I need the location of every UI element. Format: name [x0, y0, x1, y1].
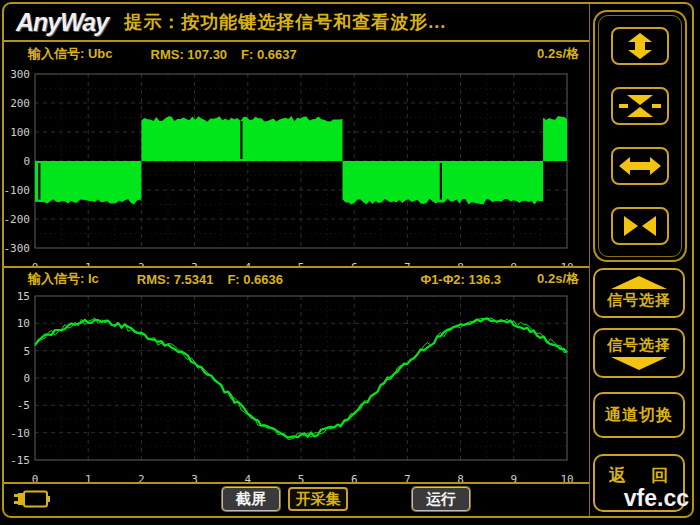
- signal-select-up-label: 信号选择: [607, 291, 671, 310]
- svg-text:10: 10: [560, 261, 573, 266]
- screenshot-button[interactable]: 截屏: [222, 487, 280, 511]
- svg-text:4: 4: [244, 261, 251, 266]
- svg-text:7: 7: [404, 473, 411, 482]
- svg-text:9: 9: [510, 261, 517, 266]
- signal-select-down-button[interactable]: 信号选择: [593, 328, 685, 378]
- rms-value: RMS: 7.5341: [137, 272, 214, 287]
- freq-value: F: 0.6636: [227, 272, 283, 287]
- horizontal-compress-button[interactable]: [611, 207, 669, 245]
- waveform-zoom-group-inner: [598, 15, 682, 257]
- channel-switch-button[interactable]: 通道切换: [593, 392, 685, 438]
- channel-switch-label: 通道切换: [605, 405, 673, 426]
- hint-text: 提示：按功能键选择信号和查看波形...: [124, 10, 446, 34]
- back-label-right: 回: [651, 464, 669, 487]
- svg-text:5: 5: [298, 473, 305, 482]
- svg-text:0: 0: [32, 473, 39, 482]
- svg-text:2: 2: [138, 261, 145, 266]
- signal-select-down-label: 信号选择: [607, 336, 671, 355]
- phase-diff-value: Φ1-Φ2: 136.3: [420, 272, 501, 287]
- main-column: AnyWay 提示：按功能键选择信号和查看波形... 输入信号: Ubc RMS…: [4, 4, 590, 516]
- svg-text:10: 10: [17, 317, 30, 330]
- screen-frame: AnyWay 提示：按功能键选择信号和查看波形... 输入信号: Ubc RMS…: [2, 2, 694, 518]
- vertical-compress-icon: [618, 93, 662, 119]
- signal-name-label: 输入信号: Ic: [28, 270, 99, 288]
- signal-select-up-button[interactable]: 信号选择: [593, 268, 685, 318]
- waveform-panel-ic: 输入信号: Ic RMS: 7.5341 F: 0.6636 Φ1-Φ2: 13…: [4, 268, 589, 484]
- device-screen: AnyWay 提示：按功能键选择信号和查看波形... 输入信号: Ubc RMS…: [0, 0, 700, 525]
- svg-text:300: 300: [10, 68, 30, 81]
- svg-text:6: 6: [351, 261, 358, 266]
- vertical-expand-button[interactable]: [611, 27, 669, 65]
- svg-text:-300: -300: [4, 242, 30, 255]
- vfe-watermark: vfe.cc: [624, 485, 689, 512]
- timebase-label: 0.2s/格: [537, 270, 579, 288]
- svg-text:8: 8: [457, 261, 464, 266]
- svg-text:10: 10: [560, 473, 573, 482]
- ic-waveform-chart: 151050-5-10-15012345678910: [4, 290, 589, 482]
- svg-text:5: 5: [298, 261, 305, 266]
- svg-text:1: 1: [85, 473, 92, 482]
- ubc-waveform-chart: 3002001000-100-200-300012345678910: [4, 66, 589, 266]
- svg-text:2: 2: [138, 473, 145, 482]
- freq-value: F: 0.6637: [241, 47, 297, 62]
- svg-text:7: 7: [404, 261, 411, 266]
- svg-text:-5: -5: [17, 399, 30, 412]
- waveform-zoom-group: [593, 10, 687, 262]
- svg-text:100: 100: [10, 126, 30, 139]
- svg-text:-100: -100: [4, 184, 30, 197]
- back-label-left: 返: [609, 464, 627, 487]
- vertical-expand-icon: [618, 33, 662, 59]
- svg-text:6: 6: [351, 473, 358, 482]
- battery-low-icon: [14, 489, 50, 510]
- anyway-logo: AnyWay: [16, 8, 108, 37]
- panel-header-ic: 输入信号: Ic RMS: 7.5341 F: 0.6636 Φ1-Φ2: 13…: [4, 268, 589, 290]
- rms-value: RMS: 107.30: [151, 47, 228, 62]
- vertical-compress-button[interactable]: [611, 87, 669, 125]
- horizontal-expand-icon: [618, 153, 662, 179]
- svg-text:15: 15: [17, 290, 30, 303]
- title-bar: AnyWay 提示：按功能键选择信号和查看波形...: [4, 4, 589, 42]
- run-button[interactable]: 运行: [412, 487, 470, 511]
- svg-text:-15: -15: [10, 454, 30, 467]
- svg-text:-10: -10: [10, 427, 30, 440]
- svg-text:0: 0: [23, 155, 30, 168]
- horizontal-expand-button[interactable]: [611, 147, 669, 185]
- sidebar: 信号选择 信号选择 通道切换 返 回 vfe.cc: [590, 4, 692, 516]
- svg-text:-200: -200: [4, 213, 30, 226]
- waveform-panel-ubc: 输入信号: Ubc RMS: 107.30 F: 0.6637 0.2s/格 3…: [4, 42, 589, 268]
- svg-text:0: 0: [32, 261, 39, 266]
- svg-text:200: 200: [10, 97, 30, 110]
- svg-text:1: 1: [85, 261, 92, 266]
- svg-text:3: 3: [191, 261, 198, 266]
- signal-name-label: 输入信号: Ubc: [28, 45, 113, 63]
- svg-text:3: 3: [191, 473, 198, 482]
- triangle-up-icon: [611, 276, 667, 289]
- panel-header-ubc: 输入信号: Ubc RMS: 107.30 F: 0.6637 0.2s/格: [4, 42, 589, 66]
- bottom-bar: 截屏 开采集 运行: [4, 484, 589, 515]
- start-capture-button[interactable]: 开采集: [288, 487, 348, 511]
- svg-text:4: 4: [244, 473, 251, 482]
- svg-text:5: 5: [23, 345, 30, 358]
- svg-text:9: 9: [510, 473, 517, 482]
- triangle-down-icon: [611, 357, 667, 370]
- horizontal-compress-icon: [618, 213, 662, 239]
- timebase-label: 0.2s/格: [537, 45, 579, 63]
- svg-text:0: 0: [23, 372, 30, 385]
- svg-text:8: 8: [457, 473, 464, 482]
